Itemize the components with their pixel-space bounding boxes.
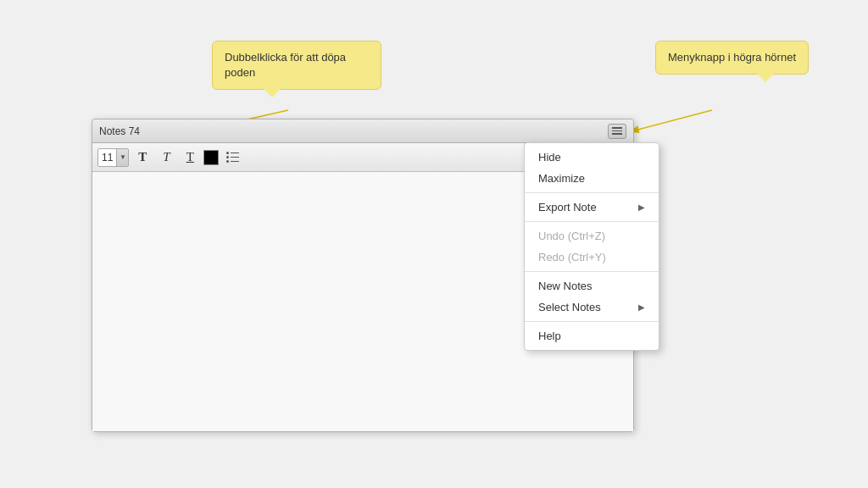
menu-item-maximize[interactable]: Maximize bbox=[525, 168, 659, 189]
dropdown-menu: Hide Maximize Export Note ▶ Undo (Ctrl+Z… bbox=[524, 142, 659, 351]
bold-button[interactable]: T bbox=[132, 147, 153, 168]
tooltip-left: Dubbelklicka för att döpa poden bbox=[212, 41, 381, 90]
menu-item-select-notes[interactable]: Select Notes ▶ bbox=[525, 297, 659, 318]
window-title: Notes 74 bbox=[99, 125, 140, 137]
font-size-value: 11 bbox=[98, 152, 116, 164]
menu-button[interactable] bbox=[608, 124, 626, 139]
svg-line-1 bbox=[632, 110, 712, 131]
menu-line-1 bbox=[612, 127, 622, 129]
list-button[interactable] bbox=[222, 147, 242, 168]
menu-item-redo: Redo (Ctrl+Y) bbox=[525, 247, 659, 268]
menu-item-help[interactable]: Help bbox=[525, 325, 659, 347]
menu-separator-1 bbox=[525, 192, 659, 193]
list-icon bbox=[223, 148, 242, 166]
menu-separator-3 bbox=[525, 271, 659, 272]
title-bar: Notes 74 bbox=[92, 119, 633, 143]
menu-line-2 bbox=[612, 130, 622, 132]
tooltip-left-text: Dubbelklicka för att döpa poden bbox=[225, 51, 346, 79]
font-size-control[interactable]: 11 ▼ bbox=[97, 148, 129, 167]
color-swatch[interactable] bbox=[203, 150, 219, 165]
font-size-dropdown-arrow[interactable]: ▼ bbox=[116, 148, 128, 167]
tooltip-right: Menyknapp i högra hörnet bbox=[655, 41, 809, 75]
menu-separator-4 bbox=[525, 321, 659, 322]
menu-item-hide[interactable]: Hide bbox=[525, 147, 659, 168]
menu-item-new-notes[interactable]: New Notes bbox=[525, 275, 659, 297]
select-notes-submenu-arrow: ▶ bbox=[638, 302, 645, 312]
export-note-submenu-arrow: ▶ bbox=[638, 202, 645, 212]
italic-button[interactable]: T bbox=[156, 147, 176, 168]
menu-separator-2 bbox=[525, 221, 659, 222]
underline-button[interactable]: T bbox=[180, 147, 200, 168]
tooltip-right-text: Menyknapp i högra hörnet bbox=[668, 51, 796, 64]
menu-line-3 bbox=[612, 133, 622, 135]
menu-item-export-note[interactable]: Export Note ▶ bbox=[525, 197, 659, 218]
menu-item-undo: Undo (Ctrl+Z) bbox=[525, 225, 659, 247]
